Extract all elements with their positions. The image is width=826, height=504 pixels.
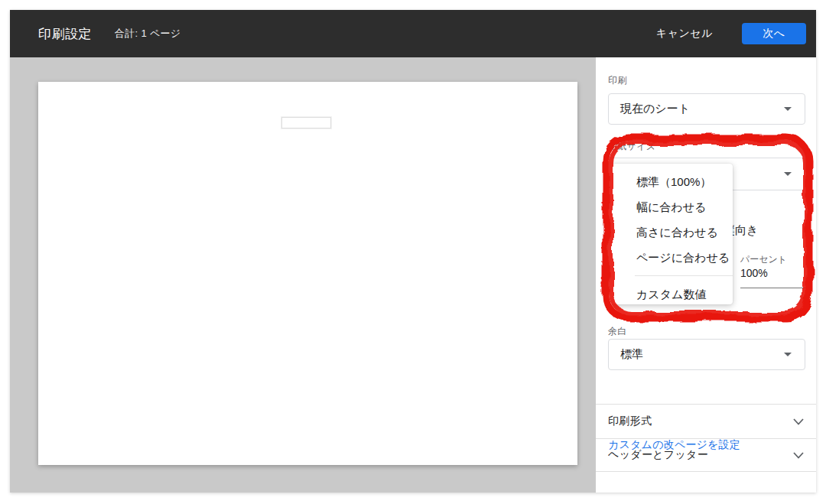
dropdown-arrow-icon xyxy=(784,353,792,356)
chevron-down-icon xyxy=(793,452,804,459)
print-range-select[interactable]: 現在のシート xyxy=(608,93,805,125)
page-preview xyxy=(38,82,577,465)
margins-value: 標準 xyxy=(620,347,784,362)
preview-canvas xyxy=(10,57,596,493)
settings-sidebar: 印刷 現在のシート 用紙サイズ 縦向き パーセント 100% xyxy=(596,57,816,493)
print-settings-dialog: 印刷設定 合計: 1 ページ キャンセル 次へ 印刷 現在のシート xyxy=(10,10,816,493)
section-headers-footers[interactable]: ヘッダーとフッター xyxy=(596,439,816,471)
menu-divider xyxy=(635,275,733,276)
headers-footers-section-label: ヘッダーとフッター xyxy=(608,448,793,462)
percent-input[interactable]: 100% xyxy=(740,267,768,279)
page-title: 印刷設定 xyxy=(38,25,92,43)
cancel-button[interactable]: キャンセル xyxy=(656,27,713,41)
print-range-value: 現在のシート xyxy=(620,102,784,116)
scale-dropdown-menu: 標準（100%） 幅に合わせる 高さに合わせる ページに合わせる カスタム数値 xyxy=(608,164,733,304)
print-settings-screen: 印刷設定 合計: 1 ページ キャンセル 次へ 印刷 現在のシート xyxy=(0,0,826,504)
margins-select[interactable]: 標準 xyxy=(608,339,805,370)
page-total-text: 合計: 1 ページ xyxy=(115,27,180,41)
percent-input-underline xyxy=(740,288,806,288)
dropdown-arrow-icon xyxy=(784,107,792,111)
divider xyxy=(596,471,816,472)
chevron-down-icon xyxy=(793,418,804,425)
next-button[interactable]: 次へ xyxy=(742,23,806,44)
formatting-section-label: 印刷形式 xyxy=(608,415,793,428)
menu-item-custom-number[interactable]: カスタム数値 xyxy=(608,281,733,307)
menu-item-fit-page[interactable]: ページに合わせる xyxy=(608,245,733,270)
sheet-content-rect xyxy=(281,117,331,128)
menu-item-fit-width[interactable]: 幅に合わせる xyxy=(608,194,733,219)
dialog-header: 印刷設定 合計: 1 ページ キャンセル 次へ xyxy=(10,10,816,57)
margins-label: 余白 xyxy=(608,325,627,338)
menu-item-fit-height[interactable]: 高さに合わせる xyxy=(608,219,733,245)
paper-size-label: 用紙サイズ xyxy=(608,140,655,153)
dropdown-arrow-icon xyxy=(784,172,792,176)
menu-item-normal-100[interactable]: 標準（100%） xyxy=(608,169,733,194)
percent-label: パーセント xyxy=(740,253,787,266)
dialog-body: 印刷 現在のシート 用紙サイズ 縦向き パーセント 100% xyxy=(10,57,816,493)
section-formatting[interactable]: 印刷形式 xyxy=(596,405,816,438)
print-range-label: 印刷 xyxy=(608,74,627,87)
